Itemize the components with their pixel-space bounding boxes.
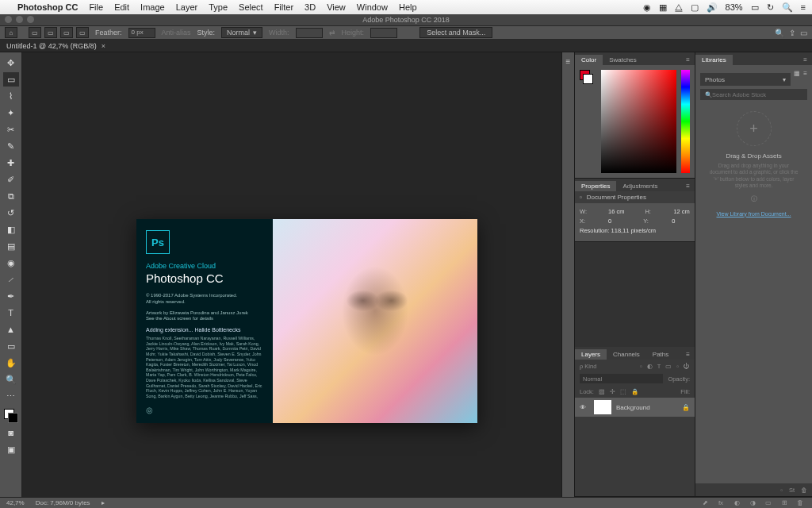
quickmask-tool[interactable]: ◙: [3, 425, 19, 440]
feather-input[interactable]: 0 px: [128, 28, 155, 38]
antialias-checkbox[interactable]: Anti-alias: [162, 29, 191, 37]
library-dropzone[interactable]: +: [737, 111, 772, 146]
eraser-tool[interactable]: ◧: [3, 222, 19, 237]
screenmode-tool[interactable]: ▣: [3, 442, 19, 456]
eyedropper-tool[interactable]: ✎: [3, 139, 19, 153]
layer-thumbnail[interactable]: [594, 400, 611, 414]
menu-icon[interactable]: ≡: [801, 2, 806, 12]
gradient-tool[interactable]: ▤: [3, 239, 19, 253]
prop-h-value[interactable]: 12 cm: [673, 208, 689, 215]
select-and-mask-button[interactable]: Select and Mask...: [419, 27, 492, 38]
status-icon[interactable]: ◉: [643, 2, 651, 13]
share-icon[interactable]: ⇪: [789, 29, 795, 37]
menu-file[interactable]: File: [89, 2, 103, 12]
pen-tool[interactable]: ✒: [3, 289, 19, 303]
lib-trash-icon[interactable]: 🗑: [801, 487, 807, 494]
wifi-icon[interactable]: ⧋: [675, 2, 683, 13]
link-layers-icon[interactable]: ⬈: [699, 499, 710, 507]
chevron-right-icon[interactable]: ▸: [102, 499, 105, 506]
volume-icon[interactable]: 🔊: [707, 2, 718, 13]
lock-pixels-icon[interactable]: ▨: [599, 388, 605, 395]
tab-layers[interactable]: Layers: [575, 349, 607, 360]
path-select-tool[interactable]: ▲: [3, 322, 19, 337]
filter-type-icon[interactable]: T: [657, 363, 661, 370]
trash-icon[interactable]: 🗑: [795, 499, 806, 507]
hue-slider[interactable]: [681, 70, 690, 173]
battery-icon[interactable]: ▭: [751, 2, 759, 13]
layer-kind-filter[interactable]: ρ Kind: [580, 363, 596, 370]
tab-paths[interactable]: Paths: [646, 349, 675, 360]
filter-image-icon[interactable]: ▫: [640, 363, 642, 370]
library-select[interactable]: Photos▾: [700, 73, 791, 86]
view-list-icon[interactable]: ≡: [803, 70, 807, 89]
edit-toolbar[interactable]: ⋯: [3, 389, 19, 403]
tab-properties[interactable]: Properties: [575, 181, 616, 191]
selection-subtract-icon[interactable]: ▭: [60, 27, 73, 38]
lock-all-icon[interactable]: 🔒: [631, 388, 638, 395]
status-doc[interactable]: Doc: 7,96M/0 bytes: [36, 499, 90, 506]
sync-icon[interactable]: ↻: [767, 2, 774, 13]
color-field[interactable]: [601, 70, 676, 173]
lib-stock-icon[interactable]: St: [789, 487, 795, 494]
quick-select-tool[interactable]: ✦: [3, 106, 19, 120]
fill-adjust-icon[interactable]: ◑: [747, 499, 758, 507]
crop-tool[interactable]: ✂: [3, 122, 19, 137]
history-brush-tool[interactable]: ↺: [3, 206, 19, 220]
hand-tool[interactable]: ✋: [3, 356, 19, 370]
tab-libraries[interactable]: Libraries: [695, 55, 733, 65]
zoom-tool[interactable]: 🔍: [3, 372, 19, 387]
status-icon[interactable]: ▦: [659, 2, 667, 13]
menu-layer[interactable]: Layer: [176, 2, 198, 12]
selection-add-icon[interactable]: ▭: [44, 27, 57, 38]
menu-edit[interactable]: Edit: [114, 2, 129, 12]
lock-icon[interactable]: 🔒: [682, 404, 690, 411]
type-tool[interactable]: T: [3, 306, 19, 320]
layer-mask-icon[interactable]: ◐: [731, 499, 742, 507]
panel-menu-icon[interactable]: ≡: [681, 181, 695, 191]
menu-view[interactable]: View: [327, 2, 346, 12]
filter-smart-icon[interactable]: ▫: [676, 363, 679, 370]
selection-new-icon[interactable]: ▭: [29, 27, 41, 38]
layer-name[interactable]: Background: [616, 404, 650, 411]
document-tab[interactable]: Untitled-1 @ 42,7% (RGB/8) ×: [0, 40, 812, 52]
canvas-area[interactable]: Ps Adobe Creative Cloud Photoshop CC © 1…: [22, 52, 561, 497]
app-menu[interactable]: Photoshop CC: [17, 2, 78, 12]
shape-tool[interactable]: ▭: [3, 339, 19, 353]
stamp-tool[interactable]: ⧉: [3, 189, 19, 203]
tab-color[interactable]: Color: [575, 55, 603, 65]
history-icon[interactable]: ≡: [566, 57, 571, 66]
filter-shape-icon[interactable]: ▭: [665, 363, 672, 370]
lock-artboard-icon[interactable]: ⬚: [620, 388, 626, 395]
tab-channels[interactable]: Channels: [607, 349, 646, 360]
visibility-icon[interactable]: 👁: [580, 404, 589, 411]
filter-adjust-icon[interactable]: ◐: [647, 363, 653, 370]
tab-adjustments[interactable]: Adjustments: [616, 181, 664, 191]
blend-mode-select[interactable]: Normal: [580, 374, 663, 383]
lib-add-icon[interactable]: ▫: [780, 487, 783, 494]
menu-type[interactable]: Type: [209, 2, 228, 12]
search-icon[interactable]: 🔍: [782, 2, 793, 13]
filter-toggle[interactable]: ⏻: [684, 363, 690, 370]
style-select[interactable]: Normal▾: [221, 27, 262, 38]
blur-tool[interactable]: ◉: [3, 256, 19, 270]
menu-image[interactable]: Image: [140, 2, 165, 12]
move-tool[interactable]: ✥: [3, 56, 19, 70]
workspace-icon[interactable]: ▭: [800, 29, 807, 37]
prop-x-value[interactable]: 0: [608, 217, 611, 225]
color-swatch[interactable]: [4, 409, 18, 423]
color-fg-bg[interactable]: [580, 70, 593, 84]
lasso-tool[interactable]: ⌇: [3, 89, 19, 103]
selection-intersect-icon[interactable]: ▭: [76, 27, 89, 38]
home-icon[interactable]: ⌂: [5, 27, 17, 38]
menu-help[interactable]: Help: [399, 2, 417, 12]
new-layer-icon[interactable]: ⊞: [779, 499, 790, 507]
group-icon[interactable]: ▭: [763, 499, 774, 507]
layer-row[interactable]: 👁 Background 🔒: [575, 398, 695, 417]
status-zoom[interactable]: 42,7%: [6, 499, 25, 506]
prop-w-value[interactable]: 16 cm: [608, 208, 624, 215]
panel-menu-icon[interactable]: ≡: [799, 55, 812, 65]
marquee-tool[interactable]: ▭: [3, 72, 19, 87]
panel-menu-icon[interactable]: ≡: [681, 55, 695, 65]
prop-y-value[interactable]: 0: [672, 217, 675, 225]
lock-position-icon[interactable]: ✢: [610, 388, 615, 395]
